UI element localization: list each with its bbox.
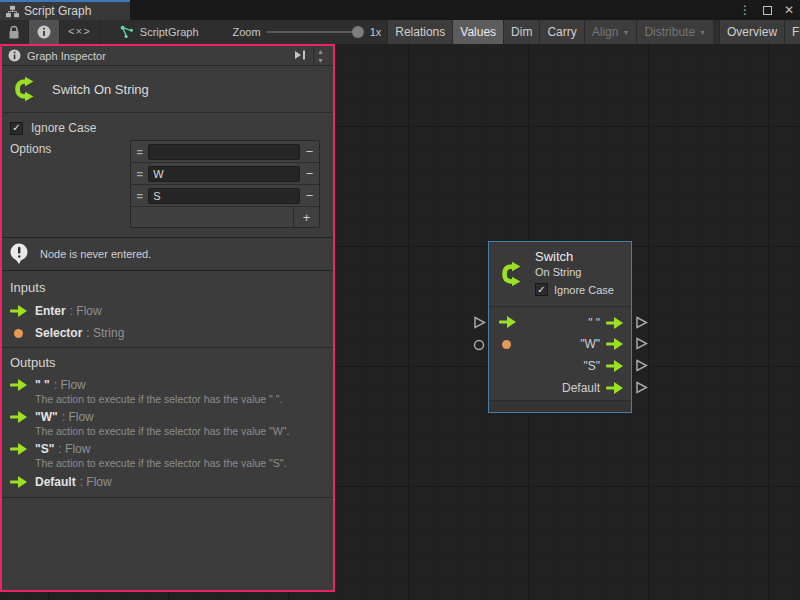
flow-arrow-icon (10, 476, 27, 488)
carry-button[interactable]: Carry (539, 20, 583, 44)
warning-banner: Node is never entered. (2, 237, 333, 271)
zoom-value: 1x (364, 20, 388, 44)
close-icon[interactable]: ✕ (784, 0, 794, 20)
node-output-port[interactable]: Default (562, 381, 623, 395)
flow-arrow-icon (10, 443, 27, 455)
external-flow-socket[interactable] (635, 359, 648, 372)
switch-icon (10, 74, 40, 104)
external-value-socket[interactable] (473, 339, 485, 351)
remove-option-button[interactable]: − (300, 188, 319, 203)
option-row: = − (131, 163, 319, 185)
input-port-row: Enter : Flow (10, 304, 102, 318)
lock-icon (8, 25, 20, 40)
inspector-toggle-button[interactable] (29, 20, 60, 44)
external-flow-socket[interactable] (635, 381, 648, 394)
checkbox-check-icon[interactable]: ✓ (10, 122, 23, 135)
flow-arrow-icon (10, 411, 27, 423)
align-dropdown[interactable]: Align▼ (584, 20, 637, 44)
relations-button[interactable]: Relations (387, 20, 452, 44)
ignore-case-checkbox[interactable]: ✓ Ignore Case (10, 121, 96, 135)
flow-arrow-icon (499, 316, 516, 328)
scroll-up-icon[interactable]: ▲ (317, 47, 324, 56)
node-input-selector-port[interactable] (502, 340, 511, 349)
graph-name-label: ScriptGraph (140, 26, 199, 38)
inputs-header: Inputs (10, 280, 45, 295)
window-menu-icon[interactable]: ⋮ (739, 0, 751, 20)
value-port-icon (14, 329, 23, 338)
chevron-down-icon: ▼ (622, 29, 629, 36)
option-row: = − (131, 141, 319, 163)
node-footer (489, 400, 631, 412)
options-label: Options (10, 142, 51, 156)
ignore-case-label: Ignore Case (31, 121, 96, 135)
overview-button[interactable]: Overview (719, 20, 784, 44)
inspector-scrollbar[interactable]: ▲ ▼ (313, 46, 327, 66)
chevron-down-icon: ▼ (699, 29, 706, 36)
graph-toolbar: <×> ScriptGraph Zoom 1x Relations Values… (0, 20, 800, 44)
clear-errors-button[interactable]: <×> (60, 20, 100, 44)
distribute-dropdown[interactable]: Distribute▼ (636, 20, 713, 44)
input-port-row: Selector : String (10, 326, 124, 340)
flow-arrow-icon (10, 305, 27, 317)
switch-icon (497, 259, 527, 289)
info-icon (8, 49, 21, 62)
output-port-row: "W" : Flow (10, 410, 94, 424)
flow-arrow-icon (606, 382, 623, 394)
node-output-port[interactable]: "W" (580, 337, 623, 351)
checkbox-check-icon[interactable]: ✓ (535, 283, 548, 296)
code-icon: <×> (68, 26, 91, 38)
option-row: = − (131, 185, 319, 207)
divider (2, 497, 333, 498)
output-port-desc: The action to execute if the selector ha… (35, 457, 286, 469)
node-input-enter-port[interactable] (499, 316, 516, 328)
switch-node[interactable]: Switch On String ✓ Ignore Case " " "W" (488, 241, 632, 413)
fullscreen-button[interactable]: Full Screen (784, 20, 800, 44)
hierarchy-icon (6, 5, 19, 18)
flow-arrow-icon (606, 317, 623, 329)
drag-handle-icon[interactable]: = (131, 146, 148, 158)
script-graph-icon (120, 25, 134, 39)
values-button[interactable]: Values (452, 20, 503, 44)
graph-inspector-panel: Graph Inspector ▲ ▼ Switch On String ✓ (0, 44, 335, 592)
graph-reference[interactable]: ScriptGraph (114, 20, 205, 44)
option-input[interactable] (148, 188, 300, 204)
option-input[interactable] (148, 144, 300, 160)
value-port-icon (502, 340, 511, 349)
external-flow-socket[interactable] (473, 316, 486, 329)
node-ignore-case-label: Ignore Case (554, 284, 614, 296)
script-graph-window: Script Graph ⋮ ✕ <×> ScriptGraph Zoom 1x (0, 0, 800, 600)
outputs-header: Outputs (10, 355, 56, 370)
output-port-row: "S" : Flow (10, 442, 90, 456)
dim-button[interactable]: Dim (503, 20, 539, 44)
zoom-slider-track[interactable] (267, 31, 355, 33)
inspector-header-title: Graph Inspector (27, 50, 106, 62)
remove-option-button[interactable]: − (300, 166, 319, 181)
node-output-port[interactable]: " " (588, 316, 623, 330)
zoom-label: Zoom (227, 20, 267, 44)
output-port-row: Default : Flow (10, 475, 112, 489)
drag-handle-icon[interactable]: = (131, 190, 148, 202)
drag-handle-icon[interactable]: = (131, 168, 148, 180)
dock-right-icon (293, 49, 307, 61)
lock-button[interactable] (0, 20, 29, 44)
node-subtitle: On String (535, 266, 581, 278)
add-option-button[interactable]: + (293, 207, 319, 227)
external-flow-socket[interactable] (635, 337, 648, 350)
toolbar-toggle-group: Relations Values Dim Carry Align▼ Distri… (387, 20, 800, 44)
zoom-slider[interactable] (267, 20, 364, 44)
dock-panel-button[interactable] (293, 49, 307, 63)
zoom-slider-handle[interactable] (352, 26, 364, 38)
option-input[interactable] (148, 166, 300, 182)
node-output-port[interactable]: "S" (583, 359, 623, 373)
output-port-desc: The action to execute if the selector ha… (35, 425, 289, 437)
output-port-desc: The action to execute if the selector ha… (35, 393, 282, 405)
node-ignore-case-checkbox[interactable]: ✓ Ignore Case (535, 283, 614, 296)
remove-option-button[interactable]: − (300, 144, 319, 159)
tab-script-graph[interactable]: Script Graph (0, 0, 130, 20)
scroll-down-icon[interactable]: ▼ (317, 56, 324, 65)
switch-node-header[interactable]: Switch On String ✓ Ignore Case (489, 242, 631, 307)
tab-title: Script Graph (24, 4, 91, 18)
divider (2, 347, 333, 348)
external-flow-socket[interactable] (635, 316, 648, 329)
maximize-icon[interactable] (763, 6, 772, 15)
